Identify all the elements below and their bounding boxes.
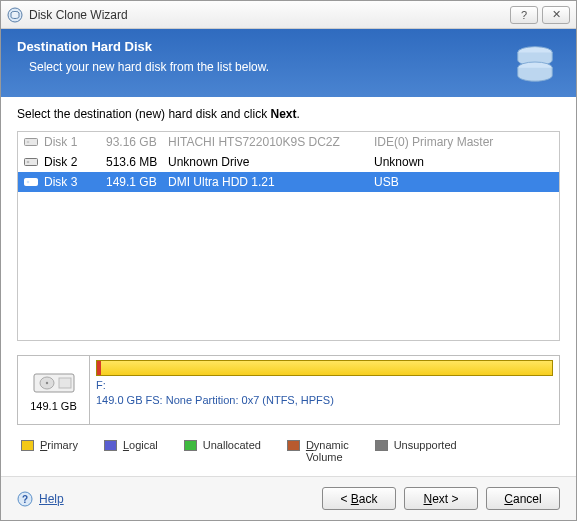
disk-row[interactable]: Disk 1 93.16 GB HITACHI HTS722010K9S DC2… <box>18 132 559 152</box>
wizard-header: Destination Hard Disk Select your new ha… <box>1 29 576 97</box>
titlebar: Disk Clone Wizard ? ✕ <box>1 1 576 29</box>
header-title: Destination Hard Disk <box>17 39 560 54</box>
detail-total-size: 149.1 GB <box>30 400 76 412</box>
legend-unallocated-label: Unallocated <box>203 439 261 451</box>
help-window-button[interactable]: ? <box>510 6 538 24</box>
partition-info: F: 149.0 GB FS: None Partition: 0x7 (NTF… <box>96 378 553 409</box>
disk-stack-icon <box>512 39 558 85</box>
svg-rect-6 <box>25 159 38 166</box>
help-link[interactable]: ? Help <box>17 491 64 507</box>
swatch-logical <box>104 440 117 451</box>
help-label: Help <box>39 492 64 506</box>
partition-legend: Primary Logical Unallocated DynamicVolum… <box>17 439 560 463</box>
instruction-bold: Next <box>270 107 296 121</box>
svg-rect-13 <box>59 378 71 388</box>
disk-name: Disk 1 <box>44 135 106 149</box>
help-icon: ? <box>17 491 33 507</box>
disk-size: 93.16 GB <box>106 135 168 149</box>
svg-rect-4 <box>25 139 38 146</box>
hdd-large-icon <box>33 368 75 398</box>
swatch-dynamic <box>287 440 300 451</box>
disk-interface: USB <box>368 175 553 189</box>
legend-unallocated: Unallocated <box>184 439 261 451</box>
instruction-suffix: . <box>296 107 299 121</box>
svg-point-7 <box>27 161 30 164</box>
svg-text:?: ? <box>22 494 28 505</box>
cancel-button[interactable]: Cancel <box>486 487 560 510</box>
svg-point-12 <box>45 382 47 384</box>
back-button[interactable]: < Back <box>322 487 396 510</box>
hdd-icon <box>24 156 38 168</box>
window-buttons: ? ✕ <box>510 6 570 24</box>
disk-model: HITACHI HTS722010K9S DC2Z <box>168 135 368 149</box>
partition-details: 149.0 GB FS: None Partition: 0x7 (NTFS, … <box>96 393 553 408</box>
legend-unsupported: Unsupported <box>375 439 457 451</box>
legend-primary-label: rimary <box>47 439 78 451</box>
legend-logical: Logical <box>104 439 158 451</box>
content-area: Select the destination (new) hard disk a… <box>1 97 576 463</box>
instruction-text: Select the destination (new) hard disk a… <box>17 107 560 121</box>
swatch-unallocated <box>184 440 197 451</box>
legend-primary: Primary <box>21 439 78 451</box>
partition-bar[interactable] <box>96 360 553 376</box>
instruction-prefix: Select the destination (new) hard disk a… <box>17 107 270 121</box>
svg-point-9 <box>27 181 30 184</box>
wizard-footer: ? Help < Back Next > Cancel <box>1 476 576 520</box>
disk-model: DMI Ultra HDD 1.21 <box>168 175 368 189</box>
disk-name: Disk 3 <box>44 175 106 189</box>
swatch-unsupported <box>375 440 388 451</box>
disk-detail-panel: 149.1 GB F: 149.0 GB FS: None Partition:… <box>17 355 560 425</box>
legend-unsupported-label: Unsupported <box>394 439 457 451</box>
partition-drive-letter: F: <box>96 378 553 393</box>
disk-interface: IDE(0) Primary Master <box>368 135 553 149</box>
disk-size: 149.1 GB <box>106 175 168 189</box>
legend-dynamic-label: ynamic <box>314 439 349 451</box>
hdd-icon <box>24 176 38 188</box>
window-title: Disk Clone Wizard <box>29 8 510 22</box>
svg-rect-8 <box>25 179 38 186</box>
disk-name: Disk 2 <box>44 155 106 169</box>
wizard-window: Disk Clone Wizard ? ✕ Destination Hard D… <box>0 0 577 521</box>
disk-interface: Unknown <box>368 155 553 169</box>
detail-disk-graphic: 149.1 GB <box>18 356 90 424</box>
close-window-button[interactable]: ✕ <box>542 6 570 24</box>
disk-row[interactable]: Disk 3 149.1 GB DMI Ultra HDD 1.21 USB <box>18 172 559 192</box>
legend-dynamic: DynamicVolume <box>287 439 349 463</box>
detail-partition-area: F: 149.0 GB FS: None Partition: 0x7 (NTF… <box>90 356 559 424</box>
disk-row[interactable]: Disk 2 513.6 MB Unknown Drive Unknown <box>18 152 559 172</box>
disk-size: 513.6 MB <box>106 155 168 169</box>
svg-point-5 <box>27 141 30 144</box>
hdd-icon <box>24 136 38 148</box>
disk-list[interactable]: Disk 1 93.16 GB HITACHI HTS722010K9S DC2… <box>17 131 560 341</box>
swatch-primary <box>21 440 34 451</box>
next-button[interactable]: Next > <box>404 487 478 510</box>
legend-logical-label: ogical <box>129 439 158 451</box>
disk-model: Unknown Drive <box>168 155 368 169</box>
header-subtitle: Select your new hard disk from the list … <box>29 60 560 74</box>
app-icon <box>7 7 23 23</box>
